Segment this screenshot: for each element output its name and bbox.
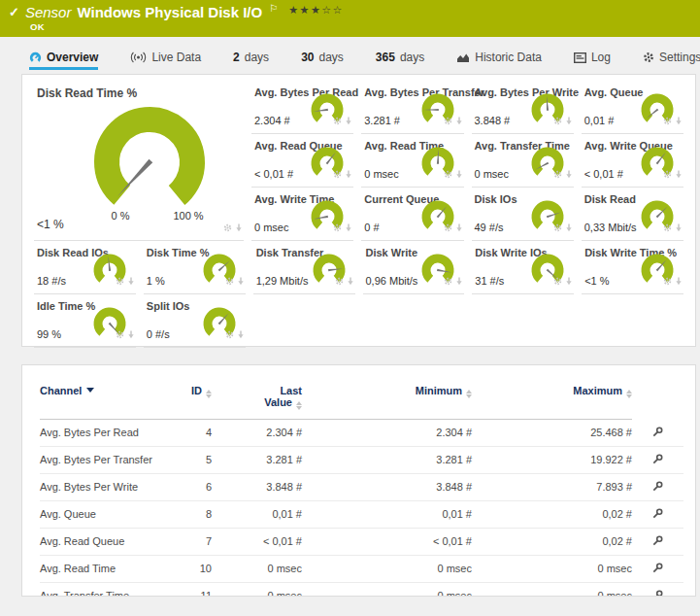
gear-icon[interactable] [116, 272, 124, 290]
gear-icon[interactable] [225, 272, 234, 290]
gauge-tile[interactable]: Disk Write0,96 Mbit/s [359, 241, 469, 294]
gear-icon[interactable] [333, 165, 342, 183]
column-header-id[interactable]: ID [181, 381, 212, 420]
edit-channel-icon[interactable] [652, 509, 663, 521]
small-gauges-grid: Avg. Bytes Per Read2.304 #Avg. Bytes Per… [248, 81, 687, 241]
tab-live-data[interactable]: Live Data [130, 51, 201, 70]
minimum-value: 3.848 # [302, 473, 472, 500]
pin-icon[interactable] [675, 165, 683, 183]
gear-icon[interactable] [553, 165, 562, 183]
gear-icon[interactable] [663, 272, 672, 290]
gear-icon[interactable] [333, 112, 342, 129]
gear-icon[interactable] [553, 272, 562, 290]
gear-icon[interactable] [553, 219, 562, 236]
column-header-last-value[interactable]: LastValue [212, 381, 302, 420]
tab-historic-data[interactable]: Historic Data [456, 51, 542, 70]
pin-icon[interactable] [675, 112, 683, 129]
tab-30-days[interactable]: 30days [301, 51, 344, 70]
edit-channel-icon[interactable] [652, 428, 663, 439]
gear-icon[interactable] [335, 272, 344, 290]
pin-icon[interactable] [235, 219, 243, 236]
pin-icon[interactable] [455, 272, 463, 290]
gauge-tile[interactable]: Disk Write Time %<1 % [578, 241, 687, 294]
pin-icon[interactable] [345, 219, 352, 236]
divider [472, 293, 574, 294]
gear-icon[interactable] [225, 325, 234, 343]
gauge-tile[interactable]: Disk IOs49 #/s [468, 188, 578, 241]
edit-channel-icon[interactable] [652, 482, 663, 494]
pin-icon[interactable] [347, 272, 354, 290]
gauge-tile[interactable]: Disk Write IOs31 #/s [468, 241, 578, 294]
gear-icon[interactable] [444, 219, 452, 236]
tab-settings[interactable]: Settings [643, 51, 700, 70]
edit-channel-icon[interactable] [652, 564, 663, 575]
column-header-channel[interactable]: Channel [40, 381, 181, 420]
pin-icon[interactable] [565, 219, 573, 236]
gauge-tile[interactable]: Disk Read0,33 Mbit/s [578, 188, 687, 241]
column-header-maximum[interactable]: Maximum [472, 381, 632, 420]
pin-icon[interactable] [345, 165, 352, 183]
maximum-value: 0,02 # [472, 500, 632, 528]
gauge-tile[interactable]: Avg. Bytes Per Transfer3.281 # [357, 81, 467, 134]
pin-icon[interactable] [237, 272, 245, 290]
pin-icon[interactable] [455, 112, 463, 129]
gear-icon[interactable] [333, 219, 342, 236]
tab-log[interactable]: Log [574, 51, 611, 70]
gauge-tile[interactable]: Avg. Write Time0 msec [248, 188, 357, 241]
gear-icon[interactable] [663, 112, 672, 129]
gear-icon[interactable] [444, 112, 452, 129]
gauge-tile[interactable]: Avg. Transfer Time0 msec [468, 134, 578, 188]
pin-icon[interactable] [565, 272, 573, 290]
gear-icon[interactable] [553, 112, 562, 129]
priority-stars[interactable]: ★★★☆☆ [288, 4, 344, 17]
pin-icon[interactable] [455, 165, 463, 183]
gauge-tile[interactable]: Idle Time %99 % [30, 294, 140, 348]
tab-2-days[interactable]: 2days [233, 51, 269, 70]
gauge-tile[interactable]: Avg. Write Queue< 0,01 # [578, 134, 687, 188]
gear-icon[interactable] [116, 325, 124, 343]
pin-icon[interactable] [565, 112, 573, 129]
channel-id: 11 [181, 582, 212, 597]
pin-icon[interactable] [127, 325, 135, 343]
gauge-scale-max: 100 % [169, 210, 208, 222]
flag-icon[interactable]: ⚐ [269, 3, 278, 14]
gauge-value: 2.304 # [254, 115, 290, 126]
tab-365-days[interactable]: 365days [376, 51, 424, 70]
gauge-tile[interactable]: Avg. Bytes Per Write3.848 # [468, 81, 578, 134]
table-row: Avg. Read Time100 msec0 msec0 msec [40, 555, 683, 582]
pin-icon[interactable] [675, 219, 683, 236]
gauge-tile-disk-read-time[interactable]: Disk Read Time % 0 % 100 % <1 % [30, 81, 248, 241]
pin-icon[interactable] [455, 219, 463, 236]
channel-id: 4 [181, 420, 212, 447]
pin-icon[interactable] [565, 165, 573, 183]
maximum-value: 25.468 # [472, 420, 632, 447]
gauge-tile[interactable]: Split IOs0 #/s [140, 294, 250, 348]
gauge-title: Split IOs [147, 300, 190, 312]
gauge-tile[interactable]: Avg. Queue0,01 # [578, 81, 687, 134]
divider [253, 293, 355, 294]
pin-icon[interactable] [675, 272, 683, 290]
gauge-tile[interactable]: Avg. Read Queue< 0,01 # [248, 134, 357, 188]
table-row: Avg. Read Queue7< 0,01 #< 0,01 #0,02 # [40, 528, 683, 555]
edit-channel-icon[interactable] [652, 455, 663, 466]
tab-label: Settings [659, 51, 700, 64]
gauge-tile[interactable]: Avg. Read Time0 msec [357, 134, 467, 188]
gear-icon[interactable] [663, 219, 672, 236]
pin-icon[interactable] [345, 112, 352, 129]
edit-channel-icon[interactable] [652, 536, 663, 548]
gauge-tile[interactable]: Avg. Bytes Per Read2.304 # [248, 81, 357, 134]
gear-icon[interactable] [444, 165, 452, 183]
gauge-tile[interactable]: Current Queue0 # [357, 188, 467, 241]
gauge-tile[interactable]: Disk Time %1 % [140, 241, 250, 294]
gear-icon[interactable] [444, 272, 452, 290]
gauge-value: 1,29 Mbit/s [256, 275, 309, 287]
gauge-tile[interactable]: Disk Transfer1,29 Mbit/s [250, 241, 359, 294]
gear-icon[interactable] [663, 165, 672, 183]
pin-icon[interactable] [237, 325, 245, 343]
pin-icon[interactable] [127, 272, 135, 290]
gauge-tile[interactable]: Disk Read IOs18 #/s [30, 241, 140, 294]
gear-icon[interactable] [223, 219, 232, 236]
column-header-minimum[interactable]: Minimum [302, 381, 472, 420]
edit-channel-icon[interactable] [652, 591, 663, 598]
tab-overview[interactable]: Overview [29, 51, 98, 70]
